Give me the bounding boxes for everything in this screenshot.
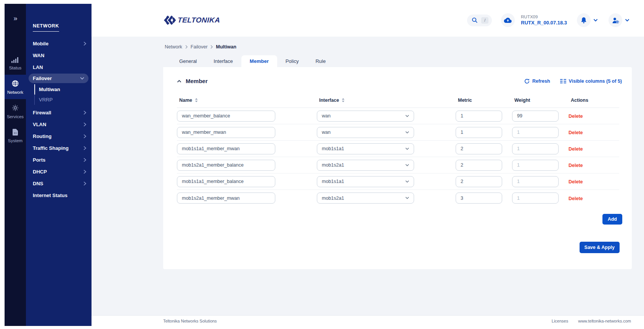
rail-item-status[interactable]: Status [5,52,26,75]
interface-select[interactable]: mob1s2a1 [317,193,414,204]
table-header-row: Name Interface Metric Weight Actions [177,93,619,108]
device-firmware: RUTX_R_00.07.18.3 [521,20,567,26]
sidebar-item-lan[interactable]: LAN [26,61,92,73]
save-apply-button[interactable]: Save & Apply [580,242,620,253]
tab-interface[interactable]: Interface [205,55,241,67]
refresh-button[interactable]: Refresh [524,79,550,84]
chevron-right-icon [84,181,86,186]
sidebar-item-vrrp[interactable]: VRRP [34,95,92,105]
submenu-section-title: NETWORK [33,23,59,32]
sidebar-item-internet-status[interactable]: Internet Status [26,189,92,201]
interface-select[interactable]: mob1s1a1 [317,143,414,154]
weight-input[interactable] [512,143,559,154]
interface-select[interactable]: wan [317,127,414,138]
member-name-input[interactable] [177,176,275,187]
metric-input[interactable] [456,111,502,122]
footer-licenses-link[interactable]: Licenses [552,319,568,323]
device-info: RUTX09 RUTX_R_00.07.18.3 [521,14,567,26]
weight-input[interactable] [512,160,559,171]
interface-select[interactable]: mob1s1a1 [317,176,414,187]
metric-input[interactable] [456,193,502,204]
columns-icon [560,79,566,83]
chevron-right-icon [84,170,86,174]
footer-company: Teltonika Networks Solutions [163,319,217,323]
column-header-name[interactable]: Name [177,98,317,103]
member-name-input[interactable] [177,127,275,138]
breadcrumb-failover[interactable]: Failover [191,44,207,50]
user-chevron-down-icon[interactable] [625,19,630,22]
metric-input[interactable] [456,176,502,187]
teltonika-logo-mark-icon [163,15,176,25]
metric-input[interactable] [456,160,502,171]
user-settings-button[interactable] [609,13,622,27]
sidebar-item-wan[interactable]: WAN [26,50,92,61]
sidebar-expand-button[interactable]: » [5,4,26,33]
member-name-input[interactable] [177,193,275,204]
weight-input[interactable] [512,193,559,204]
member-name-input[interactable] [177,111,275,122]
breadcrumb-network[interactable]: Network [165,44,182,50]
interface-select[interactable]: wan [317,111,414,122]
member-name-input[interactable] [177,143,275,154]
rail-item-network[interactable]: Network [5,75,26,99]
weight-input[interactable] [512,176,559,187]
chevron-down-icon [405,115,409,117]
page-content: Network Failover Multiwan General Interf… [92,37,644,315]
sidebar-item-traffic-shaping[interactable]: Traffic Shaping [26,142,92,154]
teltonika-logo[interactable]: TELTONIKA [163,15,220,25]
sidebar-item-multiwan[interactable]: Multiwan [34,84,92,95]
top-header: TELTONIKA / RUTX09 RUTX_R_00.07.18.3 [92,4,644,37]
chevron-right-icon [210,45,213,49]
sidebar-item-ports[interactable]: Ports [26,154,92,166]
interface-select[interactable]: mob1s2a1 [317,160,414,171]
sidebar-item-dhcp[interactable]: DHCP [26,166,92,178]
footer-website-link[interactable]: www.teltonika-networks.com [578,319,631,323]
card-actions: Refresh Visible columns (5 of 5) [524,79,622,84]
globe-icon [11,80,19,87]
sidebar-item-firewall[interactable]: Firewall [26,107,92,119]
delete-button[interactable]: Delete [569,179,583,185]
tab-general[interactable]: General [171,55,205,67]
sidebar-item-failover[interactable]: Failover [29,74,88,83]
sidebar-item-vlan[interactable]: VLAN [26,119,92,130]
rail-item-system[interactable]: System [5,124,26,148]
notifications-button[interactable] [577,13,591,27]
member-card: Member Refresh Visible columns (5 of 5) [163,67,632,269]
chevron-right-icon [84,134,86,138]
weight-input[interactable] [512,111,559,122]
rail-item-label: System [8,138,22,143]
member-name-input[interactable] [177,160,275,171]
sidebar-item-mobile[interactable]: Mobile [26,38,92,50]
collapse-chevron-up-icon[interactable] [177,80,181,83]
metric-input[interactable] [456,143,502,154]
notifications-chevron-down-icon[interactable] [593,19,598,22]
column-header-interface[interactable]: Interface [317,98,456,103]
member-title-text: Member [186,78,208,84]
failover-subnav: Multiwan VRRP [34,84,92,105]
weight-input[interactable] [512,127,559,138]
visible-columns-button[interactable]: Visible columns (5 of 5) [560,79,622,84]
chevron-down-icon [405,164,409,167]
delete-button[interactable]: Delete [569,196,583,201]
delete-button[interactable]: Delete [569,146,583,152]
delete-button[interactable]: Delete [569,130,583,135]
add-button[interactable]: Add [602,214,622,225]
chevron-down-icon [405,131,409,134]
sidebar-item-routing[interactable]: Routing [26,130,92,142]
tab-policy[interactable]: Policy [277,55,307,67]
signal-bars-icon [11,57,19,63]
cloud-upload-button[interactable] [501,13,515,27]
sidebar-item-dns[interactable]: DNS [26,178,92,189]
sort-icon [195,98,198,103]
search-button[interactable]: / [467,14,492,26]
metric-input[interactable] [456,127,502,138]
rail-item-services[interactable]: Services [5,99,26,124]
column-header-actions: Actions [569,98,619,103]
delete-button[interactable]: Delete [569,114,583,119]
tab-rule[interactable]: Rule [307,55,334,67]
delete-button[interactable]: Delete [569,163,583,168]
chevron-right-icon [84,122,86,127]
member-table: Name Interface Metric Weight Actions wan… [177,93,619,206]
gear-icon [11,104,19,112]
tab-member[interactable]: Member [241,55,277,67]
